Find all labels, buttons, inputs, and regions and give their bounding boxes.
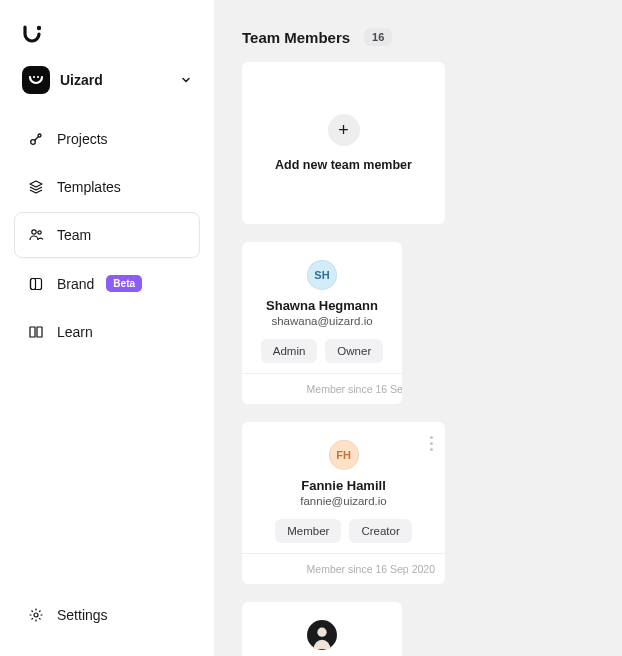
svg-point-2 <box>37 76 39 78</box>
sidebar-nav: Projects Templates Team Brand Beta Learn <box>14 116 200 355</box>
member-name: Fannie Hamill <box>301 478 386 493</box>
app-logo <box>14 24 200 58</box>
brand-icon <box>27 276 45 292</box>
page-header: Team Members 16 <box>242 28 622 46</box>
card-menu-button[interactable] <box>430 436 433 451</box>
svg-point-12 <box>317 628 326 637</box>
page-title: Team Members <box>242 29 350 46</box>
workspace-name: Uizard <box>60 72 170 88</box>
member-card[interactable]: FH Fannie Hamill fannie@uizard.io Member… <box>242 422 445 584</box>
sidebar-label: Brand <box>57 276 94 292</box>
sidebar-item-projects[interactable]: Projects <box>14 116 200 162</box>
role-chip: Member <box>275 519 341 543</box>
projects-icon <box>27 131 45 147</box>
svg-line-5 <box>35 137 39 141</box>
member-avatar <box>307 620 337 650</box>
member-avatar: FH <box>329 440 359 470</box>
add-member-label: Add new team member <box>275 158 412 172</box>
templates-icon <box>27 179 45 195</box>
sidebar-item-templates[interactable]: Templates <box>14 164 200 210</box>
member-avatar: SH <box>307 260 337 290</box>
svg-point-1 <box>33 76 35 78</box>
role-chip: Admin <box>261 339 318 363</box>
plus-icon: + <box>328 114 360 146</box>
beta-badge: Beta <box>106 275 142 292</box>
member-count-badge: 16 <box>364 28 392 46</box>
member-since: Member since 16 Sep 2020 <box>242 373 402 404</box>
member-email: fannie@uizard.io <box>300 495 386 507</box>
member-since: Member since 16 Sep 2020 <box>242 553 445 584</box>
sidebar-item-settings[interactable]: Settings <box>14 592 200 638</box>
chevron-down-icon <box>180 74 192 86</box>
add-member-card[interactable]: + Add new team member <box>242 62 445 224</box>
member-name: Shawna Hegmann <box>266 298 378 313</box>
role-chip: Owner <box>325 339 383 363</box>
svg-point-0 <box>37 26 41 30</box>
role-chip: Creator <box>349 519 411 543</box>
team-icon <box>27 227 45 243</box>
sidebar-item-brand[interactable]: Brand Beta <box>14 260 200 307</box>
members-grid: + Add new team member SH Shawna Hegmann … <box>242 62 622 656</box>
svg-rect-9 <box>31 278 36 289</box>
sidebar: Uizard Projects Templates Team Brand Bet… <box>0 0 214 656</box>
sidebar-label: Settings <box>57 607 108 623</box>
sidebar-item-learn[interactable]: Learn <box>14 309 200 355</box>
svg-point-6 <box>32 230 36 234</box>
sidebar-item-team[interactable]: Team <box>14 212 200 258</box>
member-email: shawana@uizard.io <box>271 315 372 327</box>
member-card[interactable]: Darryl Kemmer darryl@uizard.io Member Cr… <box>242 602 402 656</box>
gear-icon <box>27 607 45 623</box>
member-card[interactable]: SH Shawna Hegmann shawana@uizard.io Admi… <box>242 242 402 404</box>
learn-icon <box>27 324 45 340</box>
sidebar-label: Learn <box>57 324 93 340</box>
main-content: Team Members 16 + Add new team member SH… <box>214 0 622 656</box>
svg-point-10 <box>34 613 38 617</box>
sidebar-label: Team <box>57 227 91 243</box>
workspace-avatar <box>22 66 50 94</box>
sidebar-label: Templates <box>57 179 121 195</box>
svg-point-7 <box>38 231 41 234</box>
sidebar-label: Projects <box>57 131 108 147</box>
workspace-switcher[interactable]: Uizard <box>14 58 200 102</box>
